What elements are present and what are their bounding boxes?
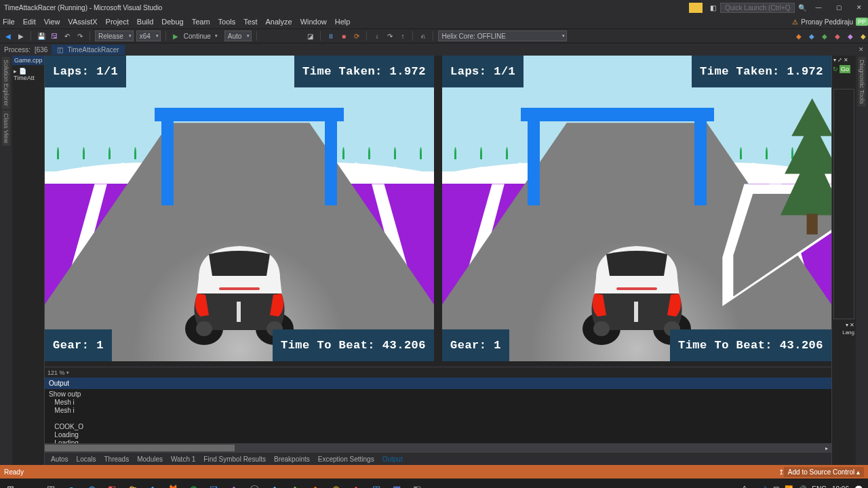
menu-window[interactable]: Window [300,18,327,26]
nav-back-icon[interactable]: ◀ [3,31,13,41]
step-out-icon[interactable]: ↑ [397,31,408,41]
go-button[interactable]: Go [840,65,850,73]
tray-clock[interactable]: 19:06 [832,485,849,489]
menu-view[interactable]: View [44,18,60,26]
horizontal-scrollbar[interactable]: ▸ [45,443,831,453]
tray-shield-icon[interactable]: ▣ [773,485,779,489]
platform-dropdown[interactable]: x64 [136,30,161,41]
tray-notifications-icon[interactable]: 💬 [854,485,863,489]
menu-analyze[interactable]: Analyze [265,18,292,26]
tab-locals[interactable]: Locals [73,454,100,464]
rail-solution-explorer[interactable]: Solution Explorer [2,57,10,109]
taskbar-search-icon[interactable]: ⌕ [20,479,41,488]
ext-icon-4[interactable]: ◆ [832,31,842,41]
quick-launch-input[interactable] [720,3,795,13]
zoom-level[interactable]: 121 % [47,369,65,376]
app-icon[interactable]: ▦ [387,479,407,488]
menu-tools[interactable]: Tools [218,18,236,26]
tab-threads[interactable]: Threads [100,454,132,464]
user-avatar[interactable]: PP [856,18,868,26]
vs-icon[interactable]: ◆ [224,479,244,488]
menu-edit[interactable]: Edit [23,18,36,26]
warning-icon[interactable]: ⚠ [792,18,798,26]
frame-dropdown[interactable]: Auto [224,30,252,41]
stop-icon[interactable]: ■ [338,31,349,41]
ext-icon-1[interactable]: ◆ [793,31,804,41]
app-icon[interactable]: ◧ [102,479,122,488]
publish-icon[interactable]: ↥ [778,468,784,476]
app-icon[interactable]: ◆ [264,479,285,488]
debug-target-tab[interactable]: ◫ TimeAttackRacer [52,45,124,55]
pause-icon[interactable]: ⏸ [326,31,336,41]
tray-bluetooth-icon[interactable]: ᛒ [764,485,768,489]
tab-modules[interactable]: Modules [134,454,166,464]
tray-cloud-icon[interactable]: ☁ [751,485,758,489]
app-icon[interactable]: ◪ [203,479,224,488]
app-icon[interactable]: ◆ [305,479,326,488]
menu-build[interactable]: Build [137,18,153,26]
tool-icon-b[interactable]: ⎌ [418,31,428,41]
edge-icon[interactable]: e [61,479,81,488]
menu-help[interactable]: Help [335,18,351,26]
add-to-source-control[interactable]: Add to Source Control ▴ [784,467,864,477]
notification-badge-icon[interactable] [689,3,703,13]
tab-find-symbol[interactable]: Find Symbol Results [200,454,269,464]
undo-icon[interactable]: ↶ [62,31,72,41]
tray-wifi-icon[interactable]: 📶 [785,485,793,489]
ext-icon-6[interactable]: ◆ [858,31,868,41]
unreal-icon[interactable]: ◯ [244,479,264,488]
continue-icon[interactable]: ▶ [171,31,181,41]
app-icon[interactable]: ◆ [142,479,163,488]
ext-icon-2[interactable]: ◆ [806,31,816,41]
tab-autos[interactable]: Autos [47,454,72,464]
tray-chevron-icon[interactable]: ^ [743,485,747,489]
feedback-icon[interactable]: ◧ [708,4,717,12]
debug-close-icon[interactable]: ✕ [854,46,868,53]
tray-lang[interactable]: ENG [812,485,827,489]
explorer-icon[interactable]: 🗀 [122,479,142,488]
app-icon[interactable]: ◫ [366,479,387,488]
save-all-icon[interactable]: 🖫 [49,31,59,41]
tab-exception-settings[interactable]: Exception Settings [315,454,378,464]
tab-watch1[interactable]: Watch 1 [167,454,199,464]
menu-test[interactable]: Test [243,18,257,26]
rail-class-view[interactable]: Class View [2,110,10,146]
ext-icon-5[interactable]: ◆ [845,31,855,41]
app-icon[interactable]: ◉ [81,479,102,488]
menu-file[interactable]: File [3,18,15,26]
tray-volume-icon[interactable]: 🔊 [798,485,806,489]
project-node[interactable]: ▸ 📄 TimeAtt [14,68,43,81]
menu-project[interactable]: Project [106,18,129,26]
app-icon[interactable]: ◆ [285,479,305,488]
app-icon[interactable]: ◧ [407,479,427,488]
rail-diagnostic-tools[interactable]: Diagnostic Tools [858,57,866,106]
step-over-icon[interactable]: ↷ [384,31,395,41]
ext-icon-3[interactable]: ◆ [819,31,829,41]
save-icon[interactable]: 💾 [36,31,46,41]
start-button[interactable]: ⊞ [0,479,20,488]
menu-vassistx[interactable]: VAssistX [68,18,97,26]
continue-label[interactable]: Continue [184,33,211,40]
restart-icon[interactable]: ⟳ [351,31,361,41]
game-render-window[interactable]: Laps: 1/1 Time Taken: 1.972 Gear: 1 Time… [45,56,831,367]
redo-icon[interactable]: ↷ [75,31,85,41]
doc-tab-game[interactable]: Game.cpp [12,56,44,65]
tab-breakpoints[interactable]: Breakpoints [271,454,313,464]
close-button[interactable]: ✕ [850,1,868,14]
output-panel-title[interactable]: Output [45,378,831,389]
firefox-icon[interactable]: 🦊 [163,479,183,488]
menu-debug[interactable]: Debug [161,18,183,26]
menu-team[interactable]: Team [192,18,210,26]
whatsapp-icon[interactable]: ◉ [183,479,203,488]
maximize-button[interactable]: ▢ [830,1,848,14]
task-view-icon[interactable]: ◫ [41,479,61,488]
app-icon[interactable]: ◆ [346,479,366,488]
search-icon[interactable]: 🔍 [797,4,807,12]
user-name[interactable]: Pronay Peddiraju [801,18,853,26]
minimize-button[interactable]: — [810,1,827,14]
helix-status[interactable]: Helix Core: OFFLINE [438,30,567,41]
tool-icon-a[interactable]: ◪ [305,31,315,41]
step-into-icon[interactable]: ↓ [372,31,382,41]
config-dropdown[interactable]: Release [95,30,134,41]
chrome-icon[interactable]: ◉ [326,479,346,488]
